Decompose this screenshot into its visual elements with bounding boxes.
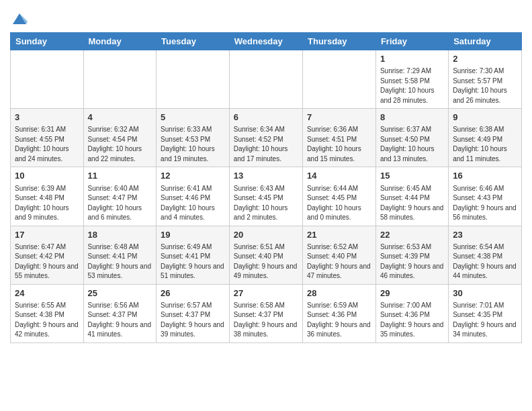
day-info: Sunrise: 6:40 AM Sunset: 4:47 PM Dayligh… xyxy=(88,184,152,223)
logo-icon xyxy=(10,9,29,28)
day-number: 21 xyxy=(307,229,371,241)
day-number: 11 xyxy=(88,170,152,182)
day-number: 9 xyxy=(453,111,517,124)
header xyxy=(10,7,522,28)
day-info: Sunrise: 6:37 AM Sunset: 4:50 PM Dayligh… xyxy=(380,125,444,164)
day-info: Sunrise: 6:52 AM Sunset: 4:40 PM Dayligh… xyxy=(307,242,371,281)
day-number: 29 xyxy=(380,287,444,300)
day-info: Sunrise: 6:38 AM Sunset: 4:49 PM Dayligh… xyxy=(453,125,517,164)
calendar-cell: 23Sunrise: 6:54 AM Sunset: 4:38 PM Dayli… xyxy=(449,226,522,284)
logo xyxy=(10,9,32,28)
calendar-cell: 14Sunrise: 6:44 AM Sunset: 4:45 PM Dayli… xyxy=(303,167,376,226)
calendar: SundayMondayTuesdayWednesdayThursdayFrid… xyxy=(10,32,522,343)
day-info: Sunrise: 6:34 AM Sunset: 4:52 PM Dayligh… xyxy=(234,125,298,164)
day-info: Sunrise: 6:41 AM Sunset: 4:46 PM Dayligh… xyxy=(161,184,225,223)
day-number: 12 xyxy=(161,170,225,182)
day-info: Sunrise: 6:32 AM Sunset: 4:54 PM Dayligh… xyxy=(88,125,152,164)
col-header-thursday: Thursday xyxy=(303,33,376,50)
calendar-week-1: 1Sunrise: 7:29 AM Sunset: 5:58 PM Daylig… xyxy=(11,50,522,109)
col-header-friday: Friday xyxy=(375,33,448,50)
day-number: 27 xyxy=(234,287,298,300)
calendar-cell: 18Sunrise: 6:48 AM Sunset: 4:41 PM Dayli… xyxy=(83,226,157,284)
calendar-cell: 4Sunrise: 6:32 AM Sunset: 4:54 PM Daylig… xyxy=(83,109,157,167)
calendar-cell: 11Sunrise: 6:40 AM Sunset: 4:47 PM Dayli… xyxy=(83,167,157,226)
day-info: Sunrise: 6:49 AM Sunset: 4:41 PM Dayligh… xyxy=(161,242,225,281)
day-info: Sunrise: 6:39 AM Sunset: 4:48 PM Dayligh… xyxy=(15,184,79,223)
day-info: Sunrise: 6:33 AM Sunset: 4:53 PM Dayligh… xyxy=(161,125,225,164)
col-header-tuesday: Tuesday xyxy=(157,33,230,50)
day-info: Sunrise: 7:29 AM Sunset: 5:58 PM Dayligh… xyxy=(380,66,444,105)
day-info: Sunrise: 7:00 AM Sunset: 4:36 PM Dayligh… xyxy=(380,301,444,340)
day-info: Sunrise: 6:55 AM Sunset: 4:38 PM Dayligh… xyxy=(15,301,79,340)
calendar-cell: 28Sunrise: 6:59 AM Sunset: 4:36 PM Dayli… xyxy=(303,284,376,342)
calendar-cell xyxy=(303,50,376,109)
calendar-cell: 27Sunrise: 6:58 AM Sunset: 4:37 PM Dayli… xyxy=(229,284,302,342)
day-number: 22 xyxy=(380,229,444,241)
col-header-wednesday: Wednesday xyxy=(229,33,302,50)
day-number: 16 xyxy=(453,170,517,182)
day-number: 24 xyxy=(15,287,79,300)
calendar-cell: 26Sunrise: 6:57 AM Sunset: 4:37 PM Dayli… xyxy=(157,284,230,342)
day-number: 1 xyxy=(380,53,444,65)
calendar-cell: 1Sunrise: 7:29 AM Sunset: 5:58 PM Daylig… xyxy=(375,50,448,109)
day-info: Sunrise: 7:30 AM Sunset: 5:57 PM Dayligh… xyxy=(453,66,517,105)
day-info: Sunrise: 7:01 AM Sunset: 4:35 PM Dayligh… xyxy=(453,301,517,340)
day-number: 10 xyxy=(15,170,79,182)
day-number: 4 xyxy=(88,111,152,124)
calendar-header-row: SundayMondayTuesdayWednesdayThursdayFrid… xyxy=(11,33,522,50)
calendar-cell: 22Sunrise: 6:53 AM Sunset: 4:39 PM Dayli… xyxy=(375,226,448,284)
calendar-week-3: 10Sunrise: 6:39 AM Sunset: 4:48 PM Dayli… xyxy=(11,167,522,226)
calendar-cell: 16Sunrise: 6:46 AM Sunset: 4:43 PM Dayli… xyxy=(449,167,522,226)
day-number: 26 xyxy=(161,287,225,300)
calendar-cell xyxy=(229,50,302,109)
calendar-week-2: 3Sunrise: 6:31 AM Sunset: 4:55 PM Daylig… xyxy=(11,109,522,167)
day-info: Sunrise: 6:47 AM Sunset: 4:42 PM Dayligh… xyxy=(15,242,79,281)
day-info: Sunrise: 6:48 AM Sunset: 4:41 PM Dayligh… xyxy=(88,242,152,281)
day-info: Sunrise: 6:36 AM Sunset: 4:51 PM Dayligh… xyxy=(307,125,371,164)
calendar-cell: 10Sunrise: 6:39 AM Sunset: 4:48 PM Dayli… xyxy=(11,167,84,226)
day-number: 23 xyxy=(453,229,517,241)
calendar-cell xyxy=(157,50,230,109)
day-info: Sunrise: 6:56 AM Sunset: 4:37 PM Dayligh… xyxy=(88,301,152,340)
calendar-cell: 25Sunrise: 6:56 AM Sunset: 4:37 PM Dayli… xyxy=(83,284,157,342)
calendar-cell xyxy=(11,50,84,109)
calendar-cell: 6Sunrise: 6:34 AM Sunset: 4:52 PM Daylig… xyxy=(229,109,302,167)
col-header-sunday: Sunday xyxy=(11,33,84,50)
day-number: 18 xyxy=(88,229,152,241)
day-info: Sunrise: 6:53 AM Sunset: 4:39 PM Dayligh… xyxy=(380,242,444,281)
calendar-cell: 7Sunrise: 6:36 AM Sunset: 4:51 PM Daylig… xyxy=(303,109,376,167)
day-number: 15 xyxy=(380,170,444,182)
day-number: 8 xyxy=(380,111,444,124)
day-number: 28 xyxy=(307,287,371,300)
calendar-cell: 3Sunrise: 6:31 AM Sunset: 4:55 PM Daylig… xyxy=(11,109,84,167)
calendar-cell: 24Sunrise: 6:55 AM Sunset: 4:38 PM Dayli… xyxy=(11,284,84,342)
calendar-cell: 2Sunrise: 7:30 AM Sunset: 5:57 PM Daylig… xyxy=(449,50,522,109)
day-number: 17 xyxy=(15,229,79,241)
calendar-cell: 8Sunrise: 6:37 AM Sunset: 4:50 PM Daylig… xyxy=(375,109,448,167)
day-number: 25 xyxy=(88,287,152,300)
day-info: Sunrise: 6:43 AM Sunset: 4:45 PM Dayligh… xyxy=(234,184,298,223)
col-header-saturday: Saturday xyxy=(449,33,522,50)
calendar-cell: 19Sunrise: 6:49 AM Sunset: 4:41 PM Dayli… xyxy=(157,226,230,284)
day-info: Sunrise: 6:59 AM Sunset: 4:36 PM Dayligh… xyxy=(307,301,371,340)
day-info: Sunrise: 6:44 AM Sunset: 4:45 PM Dayligh… xyxy=(307,184,371,223)
day-number: 14 xyxy=(307,170,371,182)
day-info: Sunrise: 6:57 AM Sunset: 4:37 PM Dayligh… xyxy=(161,301,225,340)
day-number: 19 xyxy=(161,229,225,241)
day-number: 20 xyxy=(234,229,298,241)
calendar-cell: 13Sunrise: 6:43 AM Sunset: 4:45 PM Dayli… xyxy=(229,167,302,226)
day-info: Sunrise: 6:46 AM Sunset: 4:43 PM Dayligh… xyxy=(453,184,517,223)
calendar-cell: 15Sunrise: 6:45 AM Sunset: 4:44 PM Dayli… xyxy=(375,167,448,226)
day-number: 5 xyxy=(161,111,225,124)
day-number: 30 xyxy=(453,287,517,300)
col-header-monday: Monday xyxy=(83,33,157,50)
day-number: 7 xyxy=(307,111,371,124)
day-info: Sunrise: 6:51 AM Sunset: 4:40 PM Dayligh… xyxy=(234,242,298,281)
calendar-cell: 5Sunrise: 6:33 AM Sunset: 4:53 PM Daylig… xyxy=(157,109,230,167)
day-number: 13 xyxy=(234,170,298,182)
calendar-week-5: 24Sunrise: 6:55 AM Sunset: 4:38 PM Dayli… xyxy=(11,284,522,342)
calendar-cell: 29Sunrise: 7:00 AM Sunset: 4:36 PM Dayli… xyxy=(375,284,448,342)
day-number: 6 xyxy=(234,111,298,124)
day-info: Sunrise: 6:45 AM Sunset: 4:44 PM Dayligh… xyxy=(380,184,444,223)
calendar-cell: 20Sunrise: 6:51 AM Sunset: 4:40 PM Dayli… xyxy=(229,226,302,284)
